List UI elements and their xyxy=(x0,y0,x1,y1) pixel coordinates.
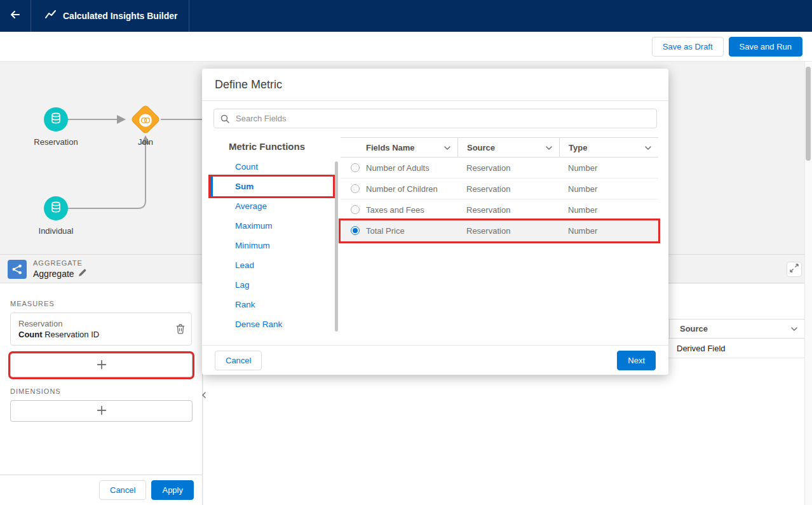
app-title-group: Calculated Insights Builder xyxy=(31,0,189,32)
chevron-down-icon[interactable] xyxy=(790,324,798,333)
top-navigation-bar: Calculated Insights Builder xyxy=(0,0,812,32)
node-label-join: Join xyxy=(107,137,184,147)
metric-function-maximum[interactable]: Maximum xyxy=(210,216,333,236)
functions-scrollbar[interactable] xyxy=(335,161,338,332)
chevron-left-icon xyxy=(201,389,206,401)
metric-function-lag[interactable]: Lag xyxy=(210,275,333,295)
radio-selected[interactable] xyxy=(351,226,360,235)
panel-cancel-button[interactable]: Cancel xyxy=(99,480,146,500)
plus-icon xyxy=(96,359,107,372)
measure-expression: Count Reservation ID xyxy=(18,330,168,339)
modal-title: Define Metric xyxy=(215,78,656,91)
modal-next-button[interactable]: Next xyxy=(617,351,656,370)
aggregate-config-panel: MEASURES Reservation Count Reservation I… xyxy=(0,283,203,505)
node-label-reservation: Reservation xyxy=(18,137,94,147)
field-source: Reservation xyxy=(457,163,559,173)
column-header-fields-name[interactable]: Fields Name xyxy=(341,138,457,157)
save-and-run-button[interactable]: Save and Run xyxy=(729,37,802,57)
metric-function-average[interactable]: Average xyxy=(210,196,333,216)
fields-table-header: Fields Name Source Type xyxy=(341,137,658,158)
metric-function-sum[interactable]: Sum xyxy=(210,177,333,196)
action-toolbar: Save as Draft Save and Run xyxy=(0,32,812,62)
field-name: Number of Children xyxy=(366,184,438,194)
field-name: Total Price xyxy=(366,226,405,236)
radio-unselected[interactable] xyxy=(351,184,360,193)
preview-column-source[interactable]: Source xyxy=(669,320,804,338)
panel-apply-button[interactable]: Apply xyxy=(151,480,194,500)
measures-section-label: MEASURES xyxy=(10,300,192,307)
database-icon xyxy=(50,201,62,216)
column-label: Fields Name xyxy=(366,143,415,152)
page-scrollbar[interactable] xyxy=(804,62,812,505)
metric-functions-list: Count Sum Average Maximum Minimum Lead L… xyxy=(210,157,333,334)
add-dimension-button[interactable] xyxy=(10,400,193,422)
modal-footer: Cancel Next xyxy=(202,345,668,375)
chevron-down-icon[interactable] xyxy=(545,143,553,152)
arrow-left-icon xyxy=(9,8,22,24)
node-label-individual: Individual xyxy=(18,226,94,236)
field-name: Taxes and Fees xyxy=(366,205,424,215)
measure-field: Reservation ID xyxy=(44,330,99,339)
database-icon xyxy=(50,112,62,127)
field-row-number-of-children[interactable]: Number of Children Reservation Number xyxy=(341,178,658,199)
join-venn-icon xyxy=(139,114,152,126)
add-measure-button[interactable] xyxy=(10,353,193,377)
scrollbar-thumb[interactable] xyxy=(806,67,811,161)
measure-source: Reservation xyxy=(18,319,168,328)
fields-table: Fields Name Source Type xyxy=(341,137,658,345)
metric-functions-column: Metric Functions Count Sum Average Maxim… xyxy=(202,133,341,345)
column-header-type[interactable]: Type xyxy=(559,138,658,157)
measure-card[interactable]: Reservation Count Reservation ID xyxy=(10,313,192,346)
delete-measure-button[interactable] xyxy=(176,324,185,334)
chevron-down-icon[interactable] xyxy=(443,143,451,152)
metric-functions-header: Metric Functions xyxy=(202,133,341,157)
metric-function-lead[interactable]: Lead xyxy=(210,255,333,275)
field-source: Reservation xyxy=(457,205,559,215)
search-fields-input[interactable] xyxy=(213,109,657,128)
plus-icon xyxy=(96,405,107,418)
field-row-taxes-and-fees[interactable]: Taxes and Fees Reservation Number xyxy=(341,199,658,220)
expand-panel-button[interactable] xyxy=(787,262,802,277)
expand-arrows-icon xyxy=(790,264,799,275)
dimensions-section-label: DIMENSIONS xyxy=(10,387,192,395)
column-label: Type xyxy=(569,143,587,152)
preview-source-header-label: Source xyxy=(680,324,708,333)
field-type: Number xyxy=(559,163,658,173)
node-type-label: AGGREGATE xyxy=(33,259,83,267)
preview-derived-field-value: Derived Field xyxy=(677,339,726,358)
chevron-down-icon[interactable] xyxy=(644,143,652,152)
column-header-source[interactable]: Source xyxy=(457,138,559,157)
radio-unselected[interactable] xyxy=(351,205,360,214)
edit-pencil-icon[interactable] xyxy=(78,269,86,279)
back-button[interactable] xyxy=(0,0,31,32)
field-type: Number xyxy=(559,226,658,236)
field-row-number-of-adults[interactable]: Number of Adults Reservation Number xyxy=(341,158,658,178)
page-title: Calculated Insights Builder xyxy=(63,11,177,21)
node-reservation[interactable] xyxy=(44,107,68,131)
search-icon xyxy=(220,114,229,126)
metric-function-dense-rank[interactable]: Dense Rank xyxy=(210,314,333,334)
metric-function-count[interactable]: Count xyxy=(210,157,333,177)
node-name-label: Aggregate xyxy=(33,269,74,279)
aggregate-node-icon xyxy=(8,260,27,279)
measure-function: Count xyxy=(18,330,43,339)
radio-unselected[interactable] xyxy=(351,163,360,172)
field-name: Number of Adults xyxy=(366,163,430,173)
field-row-total-price[interactable]: Total Price Reservation Number xyxy=(341,220,658,241)
metric-function-rank[interactable]: Rank xyxy=(210,295,333,314)
modal-cancel-button[interactable]: Cancel xyxy=(215,351,262,370)
modal-content: Metric Functions Count Sum Average Maxim… xyxy=(202,133,668,345)
collapse-panel-handle[interactable] xyxy=(200,389,208,401)
define-metric-modal: Define Metric Metric Functions Count Sum… xyxy=(202,69,668,375)
search-row xyxy=(202,101,668,133)
panel-footer: Cancel Apply xyxy=(0,475,202,505)
insights-chart-icon xyxy=(45,10,57,22)
node-individual[interactable] xyxy=(44,196,68,220)
modal-header: Define Metric xyxy=(202,69,668,101)
field-source: Reservation xyxy=(457,226,559,236)
column-label: Source xyxy=(467,143,495,152)
metric-function-minimum[interactable]: Minimum xyxy=(210,236,333,255)
save-as-draft-button[interactable]: Save as Draft xyxy=(652,37,724,57)
field-source: Reservation xyxy=(457,184,559,194)
field-type: Number xyxy=(559,184,658,194)
